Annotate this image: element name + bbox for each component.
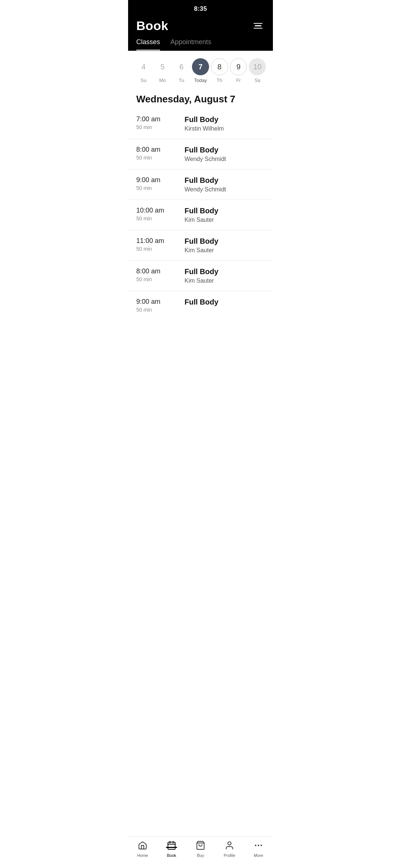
tab-classes[interactable]: Classes <box>136 38 160 50</box>
day-label-su: Su <box>141 78 147 83</box>
calendar-strip: 4 Su 5 Mo 6 Tu 7 Today 8 Th <box>128 51 273 87</box>
nav-item-home[interactable]: Home <box>128 841 157 858</box>
day-label-sa: Sa <box>254 78 260 83</box>
class-name: Full Body <box>185 267 265 276</box>
content-area: 4 Su 5 Mo 6 Tu 7 Today 8 Th <box>128 51 273 353</box>
filter-line-3 <box>254 28 263 29</box>
status-bar: 8:35 <box>128 0 273 15</box>
day-label-today: Today <box>194 78 207 83</box>
list-item[interactable]: 8:00 am 50 min Full Body Wendy Schmidt <box>128 139 273 170</box>
status-time: 8:35 <box>194 5 207 12</box>
class-col: Full Body Kim Sauter <box>185 237 265 254</box>
day-item-8[interactable]: 8 Th <box>211 58 228 83</box>
time-col: 9:00 am 50 min <box>136 298 185 313</box>
list-item[interactable]: 11:00 am 50 min Full Body Kim Sauter <box>128 230 273 261</box>
day-item-9[interactable]: 9 Fr <box>229 58 247 83</box>
nav-item-more[interactable]: More <box>244 841 273 858</box>
time-duration: 50 min <box>136 307 185 313</box>
day-item-7[interactable]: 7 Today <box>192 58 209 83</box>
class-col: Full Body <box>185 298 265 308</box>
class-instructor: Kirstin Wilhelm <box>185 125 265 132</box>
bottom-nav: Home Book Buy <box>128 836 273 868</box>
header: Book <box>128 15 273 33</box>
tab-appointments[interactable]: Appointments <box>170 38 211 50</box>
time-duration: 50 min <box>136 124 185 130</box>
class-instructor: Kim Sauter <box>185 277 265 284</box>
list-item[interactable]: 7:00 am 50 min Full Body Kirstin Wilhelm <box>128 109 273 139</box>
class-instructor: Kim Sauter <box>185 217 265 223</box>
class-col: Full Body Kim Sauter <box>185 267 265 284</box>
time-duration: 50 min <box>136 246 185 252</box>
home-icon <box>138 841 147 852</box>
day-number-4: 4 <box>135 58 152 75</box>
day-number-7: 7 <box>192 58 209 75</box>
book-icon <box>167 841 176 852</box>
filter-button[interactable] <box>251 21 265 31</box>
nav-item-buy[interactable]: Buy <box>186 841 215 858</box>
more-icon <box>254 841 263 852</box>
day-label-th: Th <box>217 78 222 83</box>
day-label-fr: Fr <box>236 78 241 83</box>
time-col: 10:00 am 50 min <box>136 207 185 221</box>
svg-point-6 <box>255 845 256 846</box>
time-col: 8:00 am 50 min <box>136 146 185 161</box>
time-main: 8:00 am <box>136 146 185 154</box>
svg-point-5 <box>228 842 231 845</box>
day-item-4[interactable]: 4 Su <box>135 58 153 83</box>
time-main: 10:00 am <box>136 207 185 214</box>
list-item[interactable]: 9:00 am 50 min Full Body Wendy Schmidt <box>128 170 273 200</box>
class-instructor: Kim Sauter <box>185 247 265 254</box>
nav-label-book: Book <box>167 853 176 858</box>
nav-item-profile[interactable]: Profile <box>215 841 244 858</box>
class-col: Full Body Kirstin Wilhelm <box>185 115 265 132</box>
time-main: 9:00 am <box>136 176 185 184</box>
class-col: Full Body Wendy Schmidt <box>185 146 265 162</box>
time-col: 8:00 am 50 min <box>136 267 185 282</box>
time-main: 9:00 am <box>136 298 185 306</box>
day-number-6: 6 <box>173 58 190 75</box>
class-instructor: Wendy Schmidt <box>185 156 265 162</box>
list-item[interactable]: 8:00 am 50 min Full Body Kim Sauter <box>128 261 273 291</box>
filter-line-1 <box>254 23 263 24</box>
time-duration: 50 min <box>136 216 185 221</box>
day-item-5[interactable]: 5 Mo <box>154 58 172 83</box>
class-col: Full Body Wendy Schmidt <box>185 176 265 193</box>
time-col: 11:00 am 50 min <box>136 237 185 252</box>
nav-underline <box>166 847 177 848</box>
profile-icon <box>225 841 234 852</box>
time-main: 7:00 am <box>136 115 185 123</box>
class-name: Full Body <box>185 115 265 124</box>
time-duration: 50 min <box>136 276 185 282</box>
day-number-8: 8 <box>211 58 228 75</box>
day-item-6[interactable]: 6 Tu <box>173 58 190 83</box>
buy-icon <box>196 841 205 852</box>
time-col: 7:00 am 50 min <box>136 115 185 130</box>
day-item-10[interactable]: 10 Sa <box>248 58 266 83</box>
svg-point-7 <box>258 845 259 846</box>
day-label-mo: Mo <box>159 78 166 83</box>
day-label-tu: Tu <box>179 78 184 83</box>
class-name: Full Body <box>185 237 265 246</box>
nav-label-buy: Buy <box>197 853 204 858</box>
list-item[interactable]: 10:00 am 50 min Full Body Kim Sauter <box>128 200 273 230</box>
class-col: Full Body Kim Sauter <box>185 207 265 223</box>
svg-point-8 <box>261 845 262 846</box>
list-item[interactable]: 9:00 am 50 min Full Body <box>128 291 273 319</box>
nav-label-profile: Profile <box>224 853 235 858</box>
nav-label-home: Home <box>137 853 148 858</box>
date-heading: Wednesday, August 7 <box>128 87 273 109</box>
nav-label-more: More <box>254 853 263 858</box>
nav-item-book[interactable]: Book <box>157 841 186 858</box>
time-duration: 50 min <box>136 185 185 191</box>
time-duration: 50 min <box>136 155 185 161</box>
time-main: 11:00 am <box>136 237 185 245</box>
time-col: 9:00 am 50 min <box>136 176 185 191</box>
filter-line-2 <box>255 25 261 26</box>
day-number-10: 10 <box>249 58 266 75</box>
class-name: Full Body <box>185 176 265 185</box>
class-instructor: Wendy Schmidt <box>185 186 265 193</box>
page-title: Book <box>136 19 168 33</box>
svg-rect-0 <box>168 842 175 849</box>
class-name: Full Body <box>185 146 265 154</box>
time-main: 8:00 am <box>136 267 185 275</box>
